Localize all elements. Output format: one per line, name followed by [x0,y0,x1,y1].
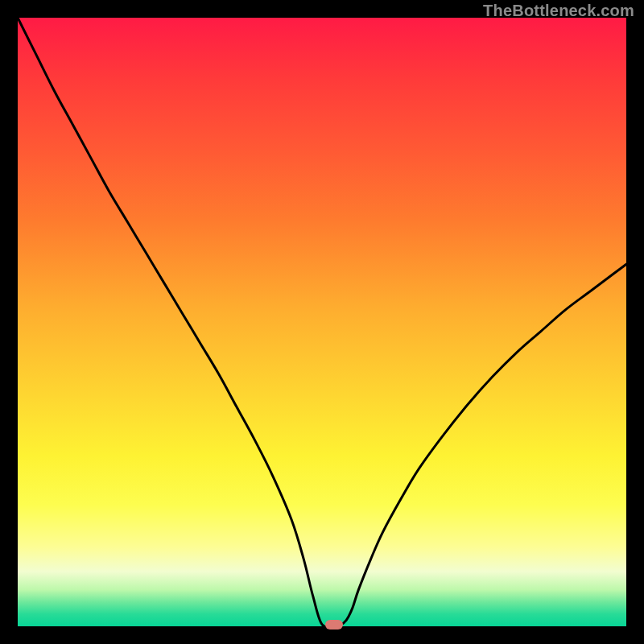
optimum-marker [325,620,343,630]
curve-layer [18,18,626,626]
chart-stage: TheBottleneck.com [0,0,644,644]
watermark-text: TheBottleneck.com [483,2,634,20]
bottleneck-curve [18,18,626,627]
